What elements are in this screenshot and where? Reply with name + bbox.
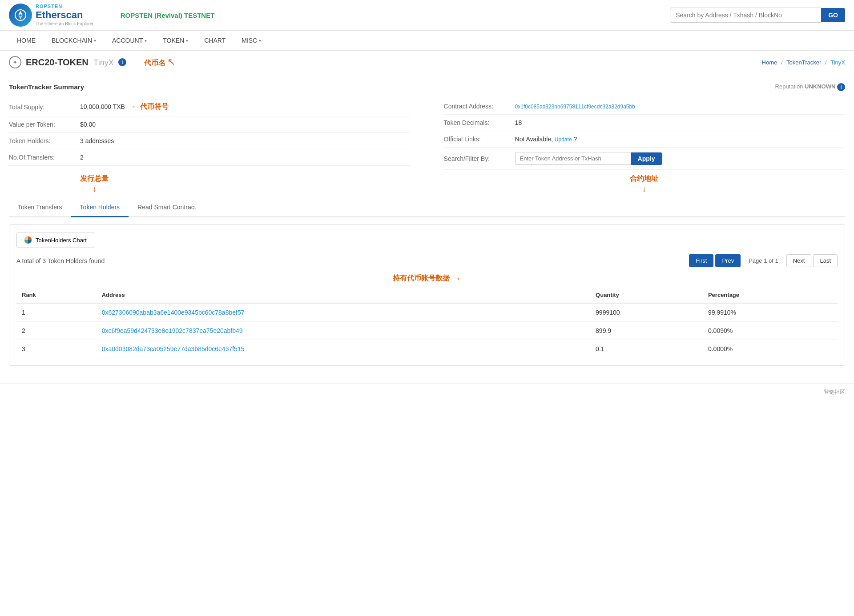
annotation-contract: 合约地址 ↓ bbox=[630, 174, 658, 194]
footer-note: 登链社区 bbox=[0, 384, 854, 400]
table-header-row: Rank Address Quantity Percentage bbox=[16, 287, 838, 303]
nav-account[interactable]: ACCOUNT ▾ bbox=[104, 31, 155, 50]
nav-home[interactable]: HOME bbox=[9, 31, 44, 50]
chevron-down-icon: ▾ bbox=[94, 38, 96, 43]
pagination-first[interactable]: First bbox=[689, 254, 713, 267]
contract-address-link[interactable]: 0x1f0c085ad323bb69758111cf9ecdc32a32d9a5… bbox=[515, 104, 635, 110]
contract-address-label: Contract Address: bbox=[444, 103, 515, 110]
cell-rank-0: 1 bbox=[16, 303, 97, 322]
token-decimals-row: Token Decimals: 18 bbox=[444, 115, 845, 131]
total-supply-label: Total Supply: bbox=[9, 104, 80, 111]
breadcrumb-home[interactable]: Home bbox=[762, 59, 777, 66]
cell-rank-2: 3 bbox=[16, 340, 97, 358]
cell-address-1: 0xc6f9ea59d424733e8e1902c7837ea75e20abfb… bbox=[97, 322, 590, 340]
table-row: 3 0xa0d03082da73ca05259e77da3b85d0c6e437… bbox=[16, 340, 838, 358]
filter-row: Apply bbox=[515, 152, 662, 165]
nav-chart[interactable]: CHART bbox=[196, 31, 234, 50]
annotation-contract-label: 合约地址 bbox=[630, 174, 658, 184]
cell-quantity-1: 899.9 bbox=[590, 322, 703, 340]
cell-percentage-1: 0.0090% bbox=[703, 322, 838, 340]
value-per-token-label: Value per Token: bbox=[9, 121, 80, 128]
col-percentage: Percentage bbox=[703, 287, 838, 303]
token-decimals-value: 18 bbox=[515, 119, 522, 126]
table-row: 1 0x627306090abab3a6e1400e9345bc60c78a8b… bbox=[16, 303, 838, 322]
no-transfers-value: 2 bbox=[80, 154, 84, 161]
annotation-holder-data: 持有代币账号数据 → bbox=[16, 273, 838, 284]
annotation-arrow-symbol: ← bbox=[131, 103, 138, 110]
pagination: First Prev Page 1 of 1 Next Last bbox=[689, 254, 838, 267]
pagination-last[interactable]: Last bbox=[813, 254, 838, 267]
cell-address-2: 0xa0d03082da73ca05259e77da3b85d0c6e437f5… bbox=[97, 340, 590, 358]
apply-button[interactable]: Apply bbox=[631, 152, 662, 165]
cell-quantity-2: 0.1 bbox=[590, 340, 703, 358]
value-per-token-value: $0.00 bbox=[80, 121, 96, 128]
token-decimals-label: Token Decimals: bbox=[444, 119, 515, 126]
tab-token-holders[interactable]: Token Holders bbox=[71, 198, 129, 217]
logo-text: ROPSTEN Etherscan The Ethereum Block Exp… bbox=[36, 4, 94, 27]
official-links-value: Not Available, Update ? bbox=[515, 136, 577, 143]
nav-token[interactable]: TOKEN ▾ bbox=[155, 31, 196, 50]
cell-rank-1: 2 bbox=[16, 322, 97, 340]
arrow-right-holder: → bbox=[452, 273, 461, 284]
address-link-0[interactable]: 0x627306090abab3a6e1400e9345bc60c78a8bef… bbox=[102, 309, 245, 316]
contract-address-value: 0x1f0c085ad323bb69758111cf9ecdc32a32d9a5… bbox=[515, 103, 635, 110]
pagination-next[interactable]: Next bbox=[786, 254, 812, 267]
annotation-coin-symbol: 代币符号 bbox=[140, 102, 169, 112]
logo-ropsten: ROPSTEN bbox=[36, 4, 94, 9]
tab-token-transfers[interactable]: Token Transfers bbox=[9, 198, 71, 217]
reputation-row: Reputation UNKNOWN i bbox=[444, 83, 845, 91]
breadcrumb: Home / TokenTracker / TinyX bbox=[762, 59, 845, 66]
contract-address-row: Contract Address: 0x1f0c085ad323bb697581… bbox=[444, 98, 845, 115]
page-title-area: ✦ ERC20-TOKEN TinyX i 代币名 ↙ bbox=[9, 56, 175, 68]
pagination-page-info: Page 1 of 1 bbox=[742, 255, 785, 267]
col-address: Address bbox=[97, 287, 590, 303]
search-filter-row: Search/Filter By: Apply bbox=[444, 148, 845, 170]
total-supply-row: Total Supply: 10,000,000 TXB ← 代币符号 bbox=[9, 98, 410, 116]
summary-section: TokenTracker Summary Total Supply: 10,00… bbox=[9, 83, 845, 170]
breadcrumb-tokentracker[interactable]: TokenTracker bbox=[786, 59, 821, 66]
value-per-token-row: Value per Token: $0.00 bbox=[9, 116, 410, 133]
arrow-down-supply: ↓ bbox=[92, 184, 97, 194]
address-link-2[interactable]: 0xa0d03082da73ca05259e77da3b85d0c6e437f5… bbox=[102, 345, 245, 352]
main-nav: HOME BLOCKCHAIN ▾ ACCOUNT ▾ TOKEN ▾ CHAR… bbox=[0, 31, 854, 51]
no-transfers-label: No.Of.Transfers: bbox=[9, 154, 80, 161]
pagination-prev[interactable]: Prev bbox=[715, 254, 741, 267]
official-links-row: Official Links: Not Available, Update ? bbox=[444, 131, 845, 148]
filter-input[interactable] bbox=[515, 152, 631, 165]
official-links-label: Official Links: bbox=[444, 136, 515, 143]
address-link-1[interactable]: 0xc6f9ea59d424733e8e1902c7837ea75e20abfb… bbox=[102, 327, 243, 334]
breadcrumb-current[interactable]: TinyX bbox=[830, 59, 845, 66]
cell-address-0: 0x627306090abab3a6e1400e9345bc60c78a8bef… bbox=[97, 303, 590, 322]
table-section: TokenHolders Chart A total of 3 Token Ho… bbox=[9, 224, 845, 366]
page-title: ERC20-TOKEN TinyX bbox=[26, 57, 114, 68]
logo-area: ROPSTEN Etherscan The Ethereum Block Exp… bbox=[9, 4, 94, 27]
info-icon[interactable]: i bbox=[118, 58, 126, 66]
summary-right: Reputation UNKNOWN i Contract Address: 0… bbox=[444, 83, 845, 170]
search-filter-label: Search/Filter By: bbox=[444, 155, 515, 162]
col-quantity: Quantity bbox=[590, 287, 703, 303]
chevron-down-icon: ▾ bbox=[145, 38, 147, 43]
col-rank: Rank bbox=[16, 287, 97, 303]
summary-left: TokenTracker Summary Total Supply: 10,00… bbox=[9, 83, 410, 170]
search-area: GO bbox=[670, 8, 845, 23]
annotation-coin-name: 代币名 bbox=[144, 59, 165, 68]
nav-blockchain[interactable]: BLOCKCHAIN ▾ bbox=[44, 31, 104, 50]
logo-tagline: The Ethereum Block Explorer bbox=[36, 21, 94, 27]
token-icon: ✦ bbox=[9, 56, 21, 68]
search-button[interactable]: GO bbox=[821, 8, 845, 22]
tokenholder-chart-button[interactable]: TokenHolders Chart bbox=[16, 232, 94, 248]
result-count: A total of 3 Token Holders found bbox=[16, 257, 105, 264]
reputation-info-icon[interactable]: i bbox=[837, 83, 845, 91]
search-input[interactable] bbox=[670, 8, 821, 23]
token-holders-table: Rank Address Quantity Percentage 1 0x627… bbox=[16, 287, 838, 358]
chart-btn-label: TokenHolders Chart bbox=[36, 237, 87, 244]
tab-read-smart-contract[interactable]: Read Smart Contract bbox=[129, 198, 205, 217]
chevron-down-icon: ▾ bbox=[259, 38, 261, 43]
nav-misc[interactable]: MISC ▾ bbox=[234, 31, 269, 50]
table-row: 2 0xc6f9ea59d424733e8e1902c7837ea75e20ab… bbox=[16, 322, 838, 340]
token-holders-row: Token Holders: 3 addresses bbox=[9, 133, 410, 149]
official-links-update[interactable]: Update bbox=[555, 136, 572, 143]
summary-title: TokenTracker Summary bbox=[9, 83, 410, 91]
breadcrumb-bar: ✦ ERC20-TOKEN TinyX i 代币名 ↙ Home / Token… bbox=[0, 51, 854, 74]
annotation-total-supply-label: 发行总量 bbox=[80, 174, 109, 184]
